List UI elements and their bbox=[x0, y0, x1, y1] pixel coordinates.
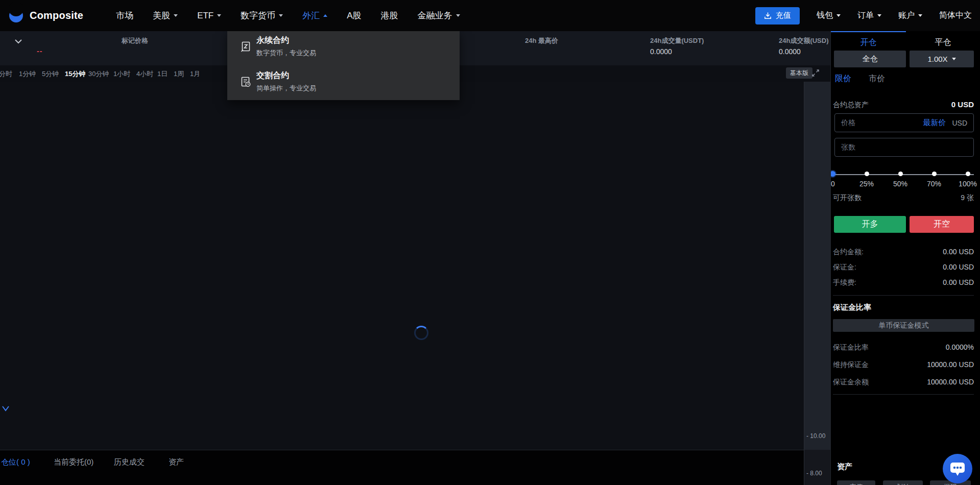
tab-trade-history[interactable]: 历史成交 bbox=[114, 457, 145, 467]
interval-4h[interactable]: 4小时 bbox=[136, 69, 153, 79]
maintenance-margin-label: 维持保证金 bbox=[833, 360, 869, 370]
chart-area[interactable] bbox=[0, 82, 804, 450]
last-price: -- bbox=[37, 47, 42, 55]
interval-30m[interactable]: 30分钟 bbox=[88, 69, 109, 79]
fee-value: 0.00 USD bbox=[943, 278, 974, 286]
margin-value: 0.00 USD bbox=[943, 263, 974, 271]
nav-item-a-shares[interactable]: A股 bbox=[347, 10, 361, 21]
chevron-down-icon bbox=[279, 14, 283, 17]
quantity-input[interactable]: 张数 bbox=[834, 138, 974, 157]
slider-label-70: 70% bbox=[927, 180, 941, 188]
margin-label: 保证金: bbox=[833, 263, 856, 272]
nav-item-orders[interactable]: 订单 bbox=[857, 10, 881, 21]
price-axis-lower bbox=[804, 450, 831, 485]
quantity-placeholder: 张数 bbox=[841, 143, 855, 152]
chevron-up-icon bbox=[323, 14, 327, 17]
chevron-down-icon bbox=[877, 14, 881, 17]
tab-market-order[interactable]: 市价 bbox=[869, 74, 885, 84]
latest-price-button[interactable]: 最新价 bbox=[923, 118, 946, 128]
brand-logo[interactable]: Composite bbox=[9, 9, 83, 22]
openable-contracts-label: 可开张数 bbox=[833, 193, 862, 203]
chat-support-button[interactable] bbox=[943, 454, 972, 483]
slider-label-100: 100% bbox=[959, 180, 977, 188]
nav-item-crypto[interactable]: 数字货币 bbox=[241, 10, 283, 21]
fee-label: 手续费: bbox=[833, 278, 856, 287]
slider-dot-25[interactable] bbox=[865, 172, 869, 176]
leverage-selector[interactable]: 1.00X bbox=[910, 51, 974, 67]
slider-dot-70[interactable] bbox=[932, 172, 937, 176]
price-axis[interactable]: - 10.00 - 8.00 bbox=[804, 82, 831, 485]
interval-5m[interactable]: 5分钟 bbox=[42, 69, 59, 79]
interval-1mo[interactable]: 1月 bbox=[190, 69, 200, 79]
nav-item-financial-services[interactable]: 金融业务 bbox=[418, 10, 460, 21]
nav-item-account[interactable]: 账户 bbox=[898, 10, 922, 21]
interval-1h[interactable]: 1小时 bbox=[113, 69, 130, 79]
quantity-slider-track[interactable] bbox=[833, 174, 974, 175]
interval-time[interactable]: 分时 bbox=[0, 69, 12, 79]
tab-assets[interactable]: 资产 bbox=[169, 457, 184, 467]
slider-dot-100[interactable] bbox=[966, 172, 970, 176]
open-short-button[interactable]: 开空 bbox=[910, 216, 974, 233]
nav-item-hk-stocks[interactable]: 港股 bbox=[381, 10, 398, 21]
margin-ratio-label: 保证金比率 bbox=[833, 343, 869, 352]
menu-item-delivery-contract[interactable]: 交割合约 简单操作，专业交易 bbox=[227, 65, 460, 100]
single-coin-margin-mode-button[interactable]: 单币保证金模式 bbox=[833, 319, 974, 332]
active-tab-indicator bbox=[831, 31, 906, 32]
menu-item-perpetual-contract[interactable]: 永续合约 数字货币，专业交易 bbox=[227, 30, 460, 65]
asset-transfer-button[interactable]: 划转 bbox=[883, 480, 923, 485]
contract-amount-label: 合约金额: bbox=[833, 248, 864, 257]
perpetual-contract-icon bbox=[240, 40, 252, 53]
divider bbox=[833, 295, 974, 296]
menu-item-title: 交割合约 bbox=[256, 70, 289, 81]
interval-1w[interactable]: 1周 bbox=[174, 69, 184, 79]
tab-open-position[interactable]: 开仓 bbox=[831, 37, 906, 48]
volume-24h-value: 0.0000 bbox=[650, 47, 672, 56]
assets-section-title: 资产 bbox=[837, 462, 852, 472]
price-unit: USD bbox=[952, 119, 967, 127]
margin-ratio-section-title: 保证金比率 bbox=[833, 303, 871, 312]
interval-1m[interactable]: 1分钟 bbox=[19, 69, 36, 79]
chevron-down-icon bbox=[952, 58, 956, 60]
trade-panel: 开仓 平仓 全仓 1.00X 限价 市价 合约总资产 0 USD 价格 最新价 … bbox=[830, 31, 980, 485]
slider-dot-50[interactable] bbox=[898, 172, 903, 176]
chat-bubble-icon bbox=[949, 461, 966, 477]
maintenance-margin-value: 10000.00 USD bbox=[927, 360, 974, 369]
tab-open-orders[interactable]: 当前委托(0) bbox=[54, 457, 93, 467]
chevron-down-icon bbox=[217, 14, 221, 17]
symbol-selector-chevron-icon[interactable] bbox=[14, 39, 22, 44]
fullscreen-expand-icon[interactable] bbox=[811, 69, 820, 77]
nav-item-wallet[interactable]: 钱包 bbox=[817, 10, 841, 21]
total-assets-label: 合约总资产 bbox=[833, 101, 869, 110]
price-tick: - 10.00 bbox=[806, 432, 825, 440]
language-selector[interactable]: 简体中文 bbox=[939, 10, 972, 21]
chevron-down-icon bbox=[836, 14, 841, 17]
deposit-button[interactable]: 充值 bbox=[755, 7, 800, 25]
nav-item-forex[interactable]: 外汇 bbox=[302, 10, 327, 21]
forex-dropdown-menu: 永续合约 数字货币，专业交易 交割合约 简单操作，专业交易 bbox=[227, 30, 460, 100]
asset-deposit-button[interactable]: 充值 bbox=[837, 480, 875, 485]
margin-mode-selector[interactable]: 全仓 bbox=[834, 51, 906, 67]
tab-close-position[interactable]: 平仓 bbox=[905, 37, 980, 48]
margin-balance-value: 10000.00 USD bbox=[927, 378, 974, 386]
open-long-button[interactable]: 开多 bbox=[834, 216, 906, 233]
volume-24h-label: 24h成交量(USDT) bbox=[650, 36, 704, 45]
basic-version-button[interactable]: 基本版 bbox=[786, 67, 812, 79]
tab-positions[interactable]: 仓位( 0 ) bbox=[1, 457, 30, 467]
chevron-down-icon bbox=[918, 14, 922, 17]
nav-item-etf[interactable]: ETF bbox=[197, 11, 221, 21]
mark-price-label: 标记价格 bbox=[122, 36, 148, 45]
openable-contracts-value: 9 张 bbox=[961, 193, 974, 203]
tab-limit-order[interactable]: 限价 bbox=[835, 74, 851, 84]
interval-1d[interactable]: 1日 bbox=[157, 69, 168, 79]
turnover-24h-value: 0.0000 bbox=[779, 47, 801, 56]
menu-item-title: 永续合约 bbox=[256, 35, 289, 46]
slider-handle[interactable] bbox=[830, 171, 835, 177]
app-root: Composite 市场 美股 ETF 数字货币 外汇 A股 港股 金融业务 充… bbox=[0, 0, 980, 485]
loading-spinner-icon bbox=[414, 326, 428, 340]
price-input[interactable]: 价格 最新价 USD bbox=[834, 113, 974, 132]
nav-item-market[interactable]: 市场 bbox=[116, 10, 133, 21]
chevron-down-icon bbox=[174, 14, 178, 17]
nav-item-us-stocks[interactable]: 美股 bbox=[153, 10, 178, 21]
interval-15m[interactable]: 15分钟 bbox=[65, 69, 85, 79]
turnover-24h-label: 24h成交额(USD) bbox=[779, 36, 829, 45]
